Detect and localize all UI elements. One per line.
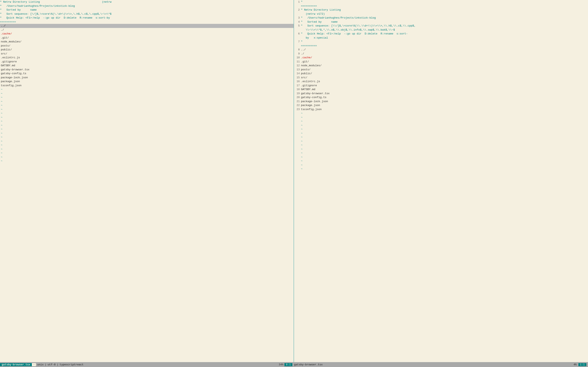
line-num-6: 6 — [294, 32, 300, 36]
line-num-17: 17 — [294, 83, 300, 88]
right-tilde-2: ~ — [294, 115, 588, 119]
right-sep-content-2: ========== — [301, 44, 588, 48]
line-num-16: 16 — [294, 80, 300, 83]
line-num-19: 19 — [294, 92, 300, 96]
right-line-4: 4 " Sorted by name — [294, 20, 588, 24]
right-tilde-num-15 — [294, 167, 300, 171]
left-tilde-18: ~ — [0, 155, 294, 159]
left-filetype: typescriptreact — [60, 363, 84, 366]
right-line-21: 21 package-lock.json — [294, 100, 588, 104]
right-tilde-num-14 — [294, 163, 300, 167]
line-num-21: 21 — [294, 100, 300, 104]
right-tilde-15: ~ — [294, 167, 588, 171]
left-file-node-modules[interactable]: node_modules/ — [0, 40, 294, 44]
left-status-position: 8:1 — [285, 363, 292, 366]
right-separator-1: ========== — [294, 4, 588, 8]
left-file-public[interactable]: public/ — [0, 48, 294, 52]
right-line-content-1: " — [301, 0, 588, 4]
right-line-15: 15 src/ — [294, 76, 588, 80]
right-sep-content-1: ========== — [301, 4, 588, 8]
left-sep2: | — [57, 363, 58, 366]
line-num-1: 1 — [294, 0, 300, 4]
line-num-22: 22 — [294, 103, 300, 108]
line-num-sep2 — [294, 44, 300, 48]
right-tilde-7: ~ — [294, 135, 588, 139]
right-tilde-num-5 — [294, 127, 300, 131]
left-encoding1: unix — [37, 363, 43, 366]
left-file-package[interactable]: package.json — [0, 80, 294, 83]
left-file-gatsby-md[interactable]: GATSBY.md — [0, 64, 294, 68]
left-tilde-13: ~ — [0, 135, 294, 139]
right-line-19: 19 gatsby-browser.tsx — [294, 92, 588, 96]
right-line-content-22: package.json — [301, 103, 588, 108]
left-tilde-7: ~ — [0, 111, 294, 115]
left-file-gitignore[interactable]: .gitignore — [0, 60, 294, 64]
right-tilde-num-13 — [294, 159, 300, 163]
line-num-7: 7 — [294, 40, 300, 44]
left-header-line-5: " Quick Help: <F1>:help -:go up dir D:de… — [0, 16, 294, 20]
right-tilde-content-10: ~ — [301, 147, 588, 151]
left-file-gatsby-config[interactable]: gatsby-config.ts — [0, 72, 294, 76]
right-line-2b: (netrw v172) — [294, 12, 588, 16]
left-header-line-3: " Sorted by name — [0, 8, 294, 12]
right-line-10: 10 .cache/ — [294, 56, 588, 60]
left-tilde-16: ~ — [0, 147, 294, 151]
right-line-11: 11 .git/ — [294, 60, 588, 64]
right-line-16: 16 .eslintrc.js — [294, 80, 588, 83]
left-file-posts[interactable]: posts/ — [0, 44, 294, 48]
right-line-content-11: .git/ — [301, 60, 588, 64]
left-header-line-1: " Netrw Directory Listing (netrw — [0, 0, 294, 4]
right-line-content-17: .gitignore — [301, 83, 588, 88]
line-num-5: 5 — [294, 24, 300, 28]
right-percent-text: 4% — [573, 363, 577, 366]
left-content: ../ ./ .cache/ .git/ node_modules/ posts… — [0, 24, 294, 362]
right-tilde-1: ~ — [294, 111, 588, 115]
left-file-package-lock[interactable]: package-lock.json — [0, 76, 294, 80]
left-file-gatsby-browser[interactable]: gatsby-browser.tsx — [0, 68, 294, 72]
line-num-sep1 — [294, 4, 300, 8]
left-file-eslintrc[interactable]: .eslintrc.js — [0, 56, 294, 60]
right-line-8: 8 ../ — [294, 48, 588, 52]
right-tilde-content-8: ~ — [301, 139, 588, 143]
right-line-12: 12 node_modules/ — [294, 64, 588, 68]
right-line-content-14: public/ — [301, 72, 588, 76]
editor-container: " Netrw Directory Listing (netrw " /User… — [0, 0, 588, 362]
right-line-6b: by x:special — [294, 36, 588, 40]
right-tilde-content-14: ~ — [301, 163, 588, 167]
left-status-filename: gatsby-browser.tsx — [0, 363, 32, 366]
right-line-18: 18 GATSBY.md — [294, 87, 588, 92]
right-line-9: 9 ./ — [294, 52, 588, 56]
left-encoding2: utf-8 — [48, 363, 56, 366]
right-tilde-content-9: ~ — [301, 143, 588, 147]
line-num-20: 20 — [294, 95, 300, 100]
right-line-5b: \\~\\=\\*$,*,\\.o$,\\.obj$,\\.info$,\\.s… — [294, 28, 588, 32]
left-file-tsconfig[interactable]: tsconfig.json — [0, 83, 294, 88]
left-file-current[interactable]: ./ — [0, 28, 294, 32]
left-status-percent: 34% — [278, 363, 284, 366]
right-tilde-8: ~ — [294, 139, 588, 143]
status-bar-right: gatsby-browser.tsx 4% 1:1 — [292, 362, 588, 367]
right-line-content-13: posts/ — [301, 68, 588, 72]
line-num-3: 3 — [294, 16, 300, 20]
right-tilde-content-7: ~ — [301, 135, 588, 139]
right-line-content-2: " Netrw Directory Listing — [301, 8, 588, 12]
right-line-content-6: " Quick Help: <F1>:help -:go up dir D:de… — [301, 32, 588, 36]
left-file-git[interactable]: .git/ — [0, 36, 294, 40]
right-tilde-6: ~ — [294, 131, 588, 135]
left-tilde-5: ~ — [0, 103, 294, 108]
right-line-content-2b: (netrw v172) — [301, 12, 588, 16]
right-tilde-4: ~ — [294, 123, 588, 127]
right-line-content-5b: \\~\\=\\*$,*,\\.o$,\\.obj$,\\.info$,\\.s… — [301, 28, 588, 32]
left-file-cache[interactable]: .cache/ — [0, 32, 294, 36]
right-status-position: 1:1 — [579, 363, 586, 366]
left-file-src[interactable]: src/ — [0, 52, 294, 56]
left-file-parent[interactable]: ../ — [0, 24, 294, 28]
right-tilde-content-11: ~ — [301, 151, 588, 155]
left-header-line-4: " Sort sequence: [\/]$,\<core\%(\.\d+\)\… — [0, 12, 294, 16]
left-mode-text: - — [33, 363, 35, 366]
right-separator-2: ========== — [294, 44, 588, 48]
right-line-5: 5 " Sort sequence: [\\/]$,\<core\%(\\.\\… — [294, 24, 588, 28]
right-line-content-23: tsconfig.json — [301, 108, 588, 111]
right-line-content-8: ../ — [301, 48, 588, 52]
line-num-6b — [294, 36, 300, 40]
